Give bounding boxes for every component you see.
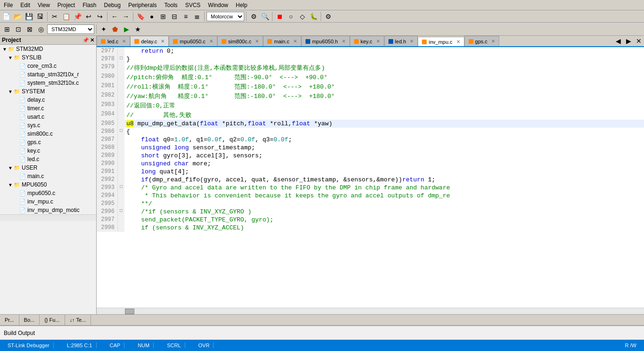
fold-marker[interactable]	[118, 144, 124, 152]
tab-sim800c-c[interactable]: sim800c.c ✕	[217, 36, 264, 46]
tree-led[interactable]: 📄 led.c	[0, 155, 96, 163]
fold-marker[interactable]	[118, 168, 124, 176]
code-line[interactable]: if(dmp_read_fifo(gyro, accel, quat, &sen…	[124, 176, 644, 184]
menu-edit[interactable]: Edit	[17, 1, 34, 9]
bottom-tab-project[interactable]: Pr...	[0, 315, 19, 325]
tb2-btn4[interactable]: ◎	[36, 24, 46, 34]
tree-sys[interactable]: 📄 sys.c	[0, 121, 96, 130]
code-line[interactable]: send_packet(PACKET_TYPE_GYRO, gyro);	[124, 216, 644, 224]
tb2-btn2[interactable]: ⊡	[13, 24, 24, 34]
fold-marker[interactable]	[118, 120, 124, 128]
tree-delay[interactable]: 📄 delay.c	[0, 96, 96, 104]
tab-scroll-left[interactable]: ◀	[613, 36, 623, 46]
device-dropdown[interactable]: STM32MD	[47, 24, 94, 34]
menu-window[interactable]: Window	[204, 1, 232, 9]
tree-usart[interactable]: 📄 usart.c	[0, 113, 96, 121]
menu-view[interactable]: View	[34, 1, 54, 9]
btn7[interactable]: ○	[286, 11, 296, 22]
horizontal-scrollbar[interactable]	[97, 308, 644, 314]
fold-marker[interactable]: □	[118, 55, 124, 63]
tab-main-c[interactable]: main.c ✕	[263, 36, 301, 46]
fold-marker[interactable]	[118, 200, 124, 208]
btn8[interactable]: ◇	[297, 11, 307, 22]
bookmark-btn[interactable]: 🔖	[135, 11, 146, 22]
redo-btn[interactable]: ↪	[95, 11, 105, 22]
code-line[interactable]: if (sensors & INV_XYZ_ACCEL)	[124, 224, 644, 232]
tab-close-key[interactable]: ✕	[376, 39, 380, 44]
fold-marker[interactable]	[118, 160, 124, 168]
tab-led-c[interactable]: led.c ✕	[97, 36, 130, 46]
fold-marker[interactable]	[118, 136, 124, 144]
tab-close-inv[interactable]: ✕	[456, 39, 460, 44]
fold-marker[interactable]	[118, 73, 124, 82]
toggle-stm32md[interactable]: ▼	[2, 47, 8, 52]
fold-marker[interactable]	[118, 101, 124, 110]
tab-close-mpu[interactable]: ✕	[209, 39, 213, 44]
btn6[interactable]: 🔍	[260, 11, 270, 22]
project-scrollbar[interactable]	[0, 214, 96, 221]
code-line[interactable]: **/	[124, 200, 644, 208]
btn3[interactable]: ≡	[181, 11, 191, 22]
toggle-syslib[interactable]: ▼	[8, 55, 13, 60]
tree-mpu6050[interactable]: ▼ 📁 MPU6050	[0, 180, 96, 189]
tree-user[interactable]: ▼ 📁 USER	[0, 163, 96, 172]
fold-marker[interactable]	[118, 152, 124, 160]
bottom-tab-functions[interactable]: {} Fu...	[40, 315, 65, 325]
tree-timer[interactable]: 📄 timer.c	[0, 104, 96, 113]
tb2-btn5[interactable]: ✦	[99, 24, 109, 34]
fold-marker[interactable]	[118, 224, 124, 232]
code-line[interactable]: //得到dmp处理后的数据(注意,本函数需要比较多堆栈,局部变量有点多)	[124, 63, 644, 73]
menu-file[interactable]: File	[0, 1, 17, 9]
btn1[interactable]: ⊞	[158, 11, 168, 22]
code-line[interactable]: /*if (sensors & INV_XYZ_GYRO )	[124, 208, 644, 216]
fold-marker[interactable]	[118, 63, 124, 73]
tree-syslib[interactable]: ▼ 📁 SYSLIB	[0, 53, 96, 62]
code-line[interactable]: unsigned long sensor_timestamp;	[124, 144, 644, 152]
code-line[interactable]: //roll:横滚角 精度:0.1° 范围:-180.0° <---> +180…	[124, 82, 644, 91]
target-dropdown[interactable]: Motorccw	[206, 12, 244, 21]
code-line[interactable]: }	[124, 55, 644, 63]
tree-inv-mpu[interactable]: 📄 inv_mpu.c	[0, 197, 96, 206]
paste-btn[interactable]: 📌	[72, 11, 83, 22]
code-line[interactable]: //pitch:俯仰角 精度:0.1° 范围:-90.0° <---> +90.…	[124, 73, 644, 82]
tb2-btn8[interactable]: ★	[132, 24, 143, 34]
new-file-btn[interactable]: 📄	[1, 11, 11, 22]
settings-btn[interactable]: ⚙	[323, 11, 333, 22]
project-close-icon[interactable]: ✕	[90, 37, 94, 43]
scrollbar-thumb[interactable]	[125, 309, 134, 314]
menu-help[interactable]: Help	[232, 1, 251, 9]
tab-mpu6050-h[interactable]: mpu6050.h ✕	[301, 36, 350, 46]
fold-marker[interactable]	[118, 216, 124, 224]
nav-fwd-btn[interactable]: →	[121, 11, 131, 22]
open-btn[interactable]: 📂	[12, 11, 23, 22]
tree-system-folder[interactable]: ▼ 📁 SYSTEM	[0, 87, 96, 96]
save-btn[interactable]: 💾	[24, 11, 34, 22]
code-line[interactable]: short gyro[3], accel[3], sensors;	[124, 152, 644, 160]
code-line[interactable]: //yaw:航向角 精度:0.1° 范围:-180.0° <---> +180.…	[124, 91, 644, 101]
code-line[interactable]: return 0;	[124, 47, 644, 55]
tab-delay-c[interactable]: delay.c ✕	[130, 36, 169, 46]
btn2[interactable]: ⊟	[169, 11, 180, 22]
code-line[interactable]: /* Gyro and accel data are written to th…	[124, 184, 644, 192]
menu-debug[interactable]: Debug	[100, 1, 124, 9]
tree-main[interactable]: 📄 main.c	[0, 172, 96, 180]
tab-close-delay[interactable]: ✕	[161, 39, 165, 44]
code-line[interactable]: * This behavior is convenient because it…	[124, 192, 644, 200]
tab-key-c[interactable]: key.c ✕	[350, 36, 384, 46]
code-line[interactable]: unsigned char more;	[124, 160, 644, 168]
tb2-btn6[interactable]: ⬟	[110, 24, 120, 34]
tree-core-cm3[interactable]: 📄 core_cm3.c	[0, 62, 96, 70]
undo-btn[interactable]: ↩	[83, 11, 94, 22]
tab-led-h[interactable]: led.h ✕	[384, 36, 418, 46]
fold-marker[interactable]	[118, 192, 124, 200]
menu-flash[interactable]: Flash	[79, 1, 100, 9]
fold-marker[interactable]	[118, 82, 124, 91]
bottom-tab-build[interactable]: Bo...	[19, 315, 40, 325]
fold-marker[interactable]: □	[118, 128, 124, 136]
project-pin-icon[interactable]: 📌	[83, 37, 89, 43]
code-line[interactable]: {	[124, 128, 644, 136]
tree-sim800c[interactable]: 📄 sim800c.c	[0, 130, 96, 138]
tb2-btn3[interactable]: ⊠	[25, 24, 35, 34]
breakpoint-btn[interactable]: ●	[147, 11, 157, 22]
tab-close-led[interactable]: ✕	[122, 39, 126, 44]
